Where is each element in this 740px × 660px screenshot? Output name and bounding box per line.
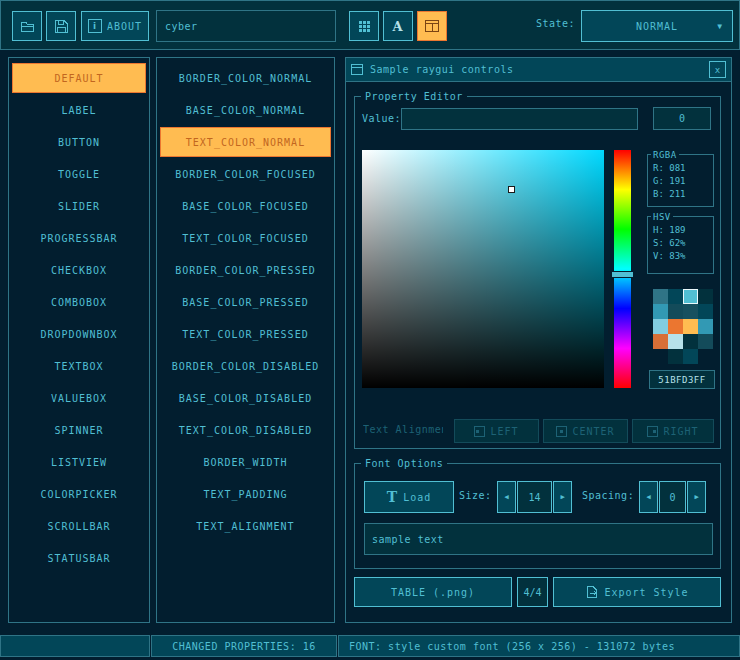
hex-value-box[interactable]: 51BFD3FF bbox=[649, 370, 715, 389]
align-left-icon bbox=[474, 426, 485, 437]
load-font-label: Load bbox=[403, 492, 431, 503]
spacing-label: Spacing: bbox=[582, 490, 634, 501]
floppy-disk-icon bbox=[54, 19, 69, 34]
size-value-box[interactable]: 14 bbox=[517, 481, 552, 513]
list-item-text_alignment[interactable]: TEXT_ALIGNMENT bbox=[160, 511, 331, 541]
list-item-progressbar[interactable]: PROGRESSBAR bbox=[12, 223, 146, 253]
list-item-combobox[interactable]: COMBOBOX bbox=[12, 287, 146, 317]
color-swatch[interactable] bbox=[683, 304, 698, 319]
spacing-value-box[interactable]: 0 bbox=[659, 481, 686, 513]
list-item-slider[interactable]: SLIDER bbox=[12, 191, 146, 221]
list-item-colorpicker[interactable]: COLORPICKER bbox=[12, 479, 146, 509]
list-item-button[interactable]: BUTTON bbox=[12, 127, 146, 157]
list-item-scrollbar[interactable]: SCROLLBAR bbox=[12, 511, 146, 541]
value-input[interactable] bbox=[401, 108, 638, 130]
controls-table-view-button[interactable] bbox=[417, 11, 447, 41]
list-item-text_padding[interactable]: TEXT_PADDING bbox=[160, 479, 331, 509]
load-style-button[interactable] bbox=[12, 11, 42, 41]
list-item-textbox[interactable]: TEXTBOX bbox=[12, 351, 146, 381]
list-item-checkbox[interactable]: CHECKBOX bbox=[12, 255, 146, 285]
list-item-base_color_normal[interactable]: BASE_COLOR_NORMAL bbox=[160, 95, 331, 125]
list-item-border_width[interactable]: BORDER_WIDTH bbox=[160, 447, 331, 477]
color-swatch[interactable] bbox=[683, 319, 698, 334]
color-swatch[interactable] bbox=[698, 289, 713, 304]
color-swatch[interactable] bbox=[653, 334, 668, 349]
toolbar: i ABOUT A State: NORMAL ▼ bbox=[0, 0, 740, 50]
list-item-label[interactable]: LABEL bbox=[12, 95, 146, 125]
color-picker-cursor[interactable] bbox=[508, 186, 515, 193]
color-swatch[interactable] bbox=[653, 349, 668, 364]
color-swatch[interactable] bbox=[698, 349, 713, 364]
property-editor-group: Property Editor Value: 0 RGBA R: 081 G: … bbox=[354, 96, 721, 449]
list-item-base_color_disabled[interactable]: BASE_COLOR_DISABLED bbox=[160, 383, 331, 413]
list-item-text_color_pressed[interactable]: TEXT_COLOR_PRESSED bbox=[160, 319, 331, 349]
sample-controls-window: Sample raygui controls x Property Editor… bbox=[345, 57, 732, 623]
list-item-text_color_focused[interactable]: TEXT_COLOR_FOCUSED bbox=[160, 223, 331, 253]
state-dropdown[interactable]: NORMAL ▼ bbox=[581, 10, 733, 42]
align-left-button[interactable]: LEFT bbox=[454, 419, 539, 443]
list-item-border_color_pressed[interactable]: BORDER_COLOR_PRESSED bbox=[160, 255, 331, 285]
color-swatch[interactable] bbox=[698, 319, 713, 334]
about-button[interactable]: i ABOUT bbox=[81, 11, 149, 41]
page-indicator[interactable]: 4/4 bbox=[517, 577, 548, 607]
list-item-text_color_disabled[interactable]: TEXT_COLOR_DISABLED bbox=[160, 415, 331, 445]
folder-open-icon bbox=[20, 19, 35, 34]
font-atlas-view-button[interactable]: A bbox=[383, 11, 413, 41]
save-style-button[interactable] bbox=[46, 11, 76, 41]
color-swatch[interactable] bbox=[668, 349, 683, 364]
list-item-border_color_normal[interactable]: BORDER_COLOR_NORMAL bbox=[160, 63, 331, 93]
color-swatch[interactable] bbox=[668, 304, 683, 319]
value-number-box[interactable]: 0 bbox=[653, 107, 711, 130]
controls-list: DEFAULTLABELBUTTONTOGGLESLIDERPROGRESSBA… bbox=[8, 57, 150, 623]
hue-slider[interactable] bbox=[614, 150, 631, 388]
size-decrease-button[interactable]: ◀ bbox=[497, 481, 516, 513]
hue-slider-cursor[interactable] bbox=[611, 271, 634, 278]
rgba-group: RGBA R: 081 G: 191 B: 211 bbox=[647, 154, 714, 207]
style-name-input[interactable] bbox=[156, 10, 336, 42]
color-swatch[interactable] bbox=[698, 334, 713, 349]
list-item-base_color_pressed[interactable]: BASE_COLOR_PRESSED bbox=[160, 287, 331, 317]
font-load-icon: T bbox=[387, 489, 398, 505]
list-item-base_color_focused[interactable]: BASE_COLOR_FOCUSED bbox=[160, 191, 331, 221]
close-button[interactable]: x bbox=[709, 61, 726, 78]
color-swatch[interactable] bbox=[653, 289, 668, 304]
list-item-text_color_normal[interactable]: TEXT_COLOR_NORMAL bbox=[160, 127, 331, 157]
export-style-button[interactable]: Export Style bbox=[553, 577, 721, 607]
color-swatch[interactable] bbox=[653, 304, 668, 319]
list-item-dropdownbox[interactable]: DROPDOWNBOX bbox=[12, 319, 146, 349]
color-swatch[interactable] bbox=[668, 334, 683, 349]
color-picker-area[interactable] bbox=[362, 150, 604, 388]
sample-text-input[interactable]: sample text bbox=[364, 523, 713, 555]
list-item-listview[interactable]: LISTVIEW bbox=[12, 447, 146, 477]
font-atlas-icon: A bbox=[392, 19, 403, 34]
color-swatch[interactable] bbox=[683, 289, 698, 304]
color-swatch[interactable] bbox=[683, 334, 698, 349]
list-item-default[interactable]: DEFAULT bbox=[12, 63, 146, 93]
align-center-label: CENTER bbox=[572, 426, 614, 437]
rgba-red-value: R: 081 bbox=[648, 162, 713, 175]
export-table-button[interactable]: TABLE (.png) bbox=[354, 577, 512, 607]
list-item-statusbar[interactable]: STATUSBAR bbox=[12, 543, 146, 573]
align-center-button[interactable]: CENTER bbox=[543, 419, 628, 443]
align-left-label: LEFT bbox=[490, 426, 518, 437]
spacing-decrease-button[interactable]: ◀ bbox=[639, 481, 658, 513]
spacing-increase-button[interactable]: ▶ bbox=[687, 481, 706, 513]
about-label: ABOUT bbox=[107, 21, 142, 32]
color-swatch[interactable] bbox=[683, 349, 698, 364]
list-item-border_color_disabled[interactable]: BORDER_COLOR_DISABLED bbox=[160, 351, 331, 381]
color-swatch[interactable] bbox=[668, 319, 683, 334]
color-swatch[interactable] bbox=[653, 319, 668, 334]
hsv-saturation-value: S: 62% bbox=[648, 237, 713, 250]
color-swatch[interactable] bbox=[668, 289, 683, 304]
style-table-view-button[interactable] bbox=[349, 11, 379, 41]
window-titlebar: Sample raygui controls x bbox=[346, 58, 731, 82]
list-item-border_color_focused[interactable]: BORDER_COLOR_FOCUSED bbox=[160, 159, 331, 189]
list-item-valuebox[interactable]: VALUEBOX bbox=[12, 383, 146, 413]
text-alignment-label: Text Alignment bbox=[363, 424, 443, 435]
align-right-button[interactable]: RIGHT bbox=[632, 419, 714, 443]
list-item-toggle[interactable]: TOGGLE bbox=[12, 159, 146, 189]
load-font-button[interactable]: T Load bbox=[364, 481, 454, 513]
size-increase-button[interactable]: ▶ bbox=[553, 481, 572, 513]
color-swatch[interactable] bbox=[698, 304, 713, 319]
list-item-spinner[interactable]: SPINNER bbox=[12, 415, 146, 445]
